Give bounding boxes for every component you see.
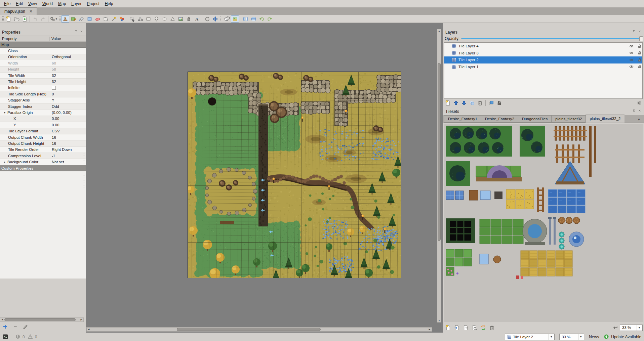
raise-layer-icon[interactable] <box>452 99 459 106</box>
delete-tileset-icon[interactable] <box>488 324 496 331</box>
news-link[interactable]: News <box>589 335 599 339</box>
menu-item-project[interactable]: Project <box>84 1 102 7</box>
property-value[interactable]: 0.00 <box>50 122 86 128</box>
insert-ellipse-icon[interactable] <box>160 15 168 23</box>
select-objects-icon[interactable] <box>128 15 136 23</box>
open-file-icon[interactable] <box>12 15 21 23</box>
layer-offset-icon[interactable] <box>211 15 219 23</box>
property-row[interactable]: Tile Height32 <box>0 79 86 85</box>
unlock-icon[interactable] <box>636 65 642 69</box>
shape-fill-icon[interactable] <box>85 15 93 23</box>
toolbar-drag-handle[interactable] <box>58 16 61 22</box>
edit-polygons-icon[interactable] <box>136 15 144 23</box>
menu-item-world[interactable]: World <box>40 1 55 7</box>
property-value[interactable]: 32 <box>50 79 86 84</box>
undo-icon[interactable] <box>31 15 39 23</box>
unlock-icon[interactable] <box>636 44 642 48</box>
rotate-objects-icon[interactable] <box>203 15 211 23</box>
scroll-down-arrow[interactable]: ▼ <box>437 318 441 322</box>
collapse-icon[interactable]: ▾ <box>0 43 1 46</box>
reset-zoom-icon[interactable] <box>611 324 619 331</box>
insert-rectangle-icon[interactable] <box>144 15 152 23</box>
property-value[interactable]: 16 <box>50 140 86 146</box>
execute-command-icon[interactable]: ▾ <box>49 15 57 23</box>
scrollbar-thumb[interactable] <box>177 328 321 331</box>
collapse-icon[interactable]: ▾ <box>0 167 1 170</box>
tab-list-chevron-down-icon[interactable]: ▼ <box>636 117 642 123</box>
property-value[interactable]: -1 <box>50 153 86 159</box>
menu-item-help[interactable]: Help <box>102 1 116 7</box>
remove-property-icon[interactable] <box>11 323 19 330</box>
tileset-tab-dungeonstiles[interactable]: DungeonsTiles <box>518 115 551 123</box>
property-value[interactable] <box>50 85 86 91</box>
property-value[interactable]: 32 <box>50 73 86 78</box>
property-value[interactable]: 16 <box>50 134 86 140</box>
new-tileset-icon[interactable] <box>444 324 452 331</box>
insert-point-icon[interactable] <box>152 15 160 23</box>
property-row[interactable]: X0.00 <box>0 116 86 122</box>
map-canvas[interactable] <box>188 72 401 278</box>
rect-select-icon[interactable] <box>102 15 110 23</box>
layer-row[interactable]: Tile Layer 1 <box>444 63 642 71</box>
flip-vertical-icon[interactable] <box>249 15 257 23</box>
toolbar-drag-handle[interactable] <box>220 16 222 22</box>
add-layer-icon[interactable] <box>444 99 451 106</box>
property-row[interactable]: Class <box>0 48 86 54</box>
property-row[interactable]: Tile Layer FormatCSV <box>0 128 86 134</box>
visibility-eye-icon[interactable] <box>628 58 634 62</box>
select-same-tile-icon[interactable] <box>118 15 126 23</box>
menu-item-file[interactable]: File <box>1 1 13 7</box>
property-row[interactable]: Output Chunk Height16 <box>0 140 86 146</box>
lock-layer-icon[interactable] <box>495 99 503 106</box>
close-icon[interactable]: ✕ <box>29 9 33 14</box>
highlight-layer-icon[interactable] <box>487 99 495 106</box>
update-available[interactable]: Update Available <box>604 334 641 340</box>
scrollbar-thumb[interactable] <box>438 63 441 241</box>
property-value[interactable]: Not set <box>50 159 86 165</box>
float-panel-icon[interactable] <box>633 109 637 114</box>
layer-row[interactable]: Tile Layer 4 <box>444 43 642 50</box>
property-row[interactable]: Compression Level-1 <box>0 153 86 159</box>
document-tab[interactable]: map68.json ✕ <box>0 7 37 15</box>
duplicate-layer-icon[interactable] <box>468 99 476 106</box>
property-row[interactable]: ▾Map <box>0 42 86 48</box>
opacity-slider[interactable] <box>461 38 643 39</box>
flip-horizontal-icon[interactable] <box>241 15 249 23</box>
visibility-eye-icon[interactable] <box>628 65 634 69</box>
terrain-fill-mode-icon[interactable] <box>231 15 239 23</box>
scroll-left-arrow[interactable]: ◄ <box>0 318 4 322</box>
expand-icon[interactable]: ▸ <box>3 160 7 164</box>
property-value[interactable]: CSV <box>50 128 86 134</box>
random-mode-icon[interactable] <box>223 15 231 23</box>
property-value[interactable]: Y <box>50 97 86 103</box>
tileset-canvas[interactable] <box>444 124 643 322</box>
unlock-icon[interactable] <box>636 51 642 55</box>
scrollbar-thumb[interactable] <box>4 318 76 321</box>
layer-settings-icon[interactable] <box>635 99 643 106</box>
property-value[interactable] <box>50 48 86 53</box>
menu-item-layer[interactable]: Layer <box>69 1 84 7</box>
property-row[interactable]: Y0.00 <box>0 122 86 128</box>
toolbar-drag-handle[interactable] <box>1 16 4 22</box>
reload-tileset-icon[interactable] <box>479 324 487 331</box>
save-file-icon[interactable] <box>21 15 29 23</box>
delete-layer-icon[interactable] <box>476 99 484 106</box>
property-row[interactable]: Tile Width32 <box>0 73 86 79</box>
checkbox[interactable] <box>52 86 56 90</box>
menu-item-view[interactable]: View <box>26 1 40 7</box>
property-row[interactable]: Infinite <box>0 85 86 91</box>
stamp-brush-icon[interactable] <box>61 15 69 23</box>
scroll-right-arrow[interactable]: ► <box>79 318 83 322</box>
float-panel-icon[interactable] <box>75 30 78 35</box>
lower-layer-icon[interactable] <box>460 99 468 106</box>
property-row[interactable]: OrientationOrthogonal <box>0 54 86 60</box>
property-row[interactable]: ▸Background ColorNot set <box>0 159 86 165</box>
embed-tileset-icon[interactable] <box>453 324 461 331</box>
property-row[interactable]: Stagger IndexOdd <box>0 103 86 110</box>
scroll-left-arrow[interactable]: ◄ <box>87 328 91 331</box>
property-value[interactable]: 0.00 <box>50 116 86 122</box>
property-row[interactable]: ▾Custom Properties <box>0 165 86 171</box>
collapse-icon[interactable]: ▾ <box>3 111 7 114</box>
insert-text-icon[interactable]: A <box>193 15 201 23</box>
scroll-up-arrow[interactable]: ▲ <box>437 29 441 33</box>
